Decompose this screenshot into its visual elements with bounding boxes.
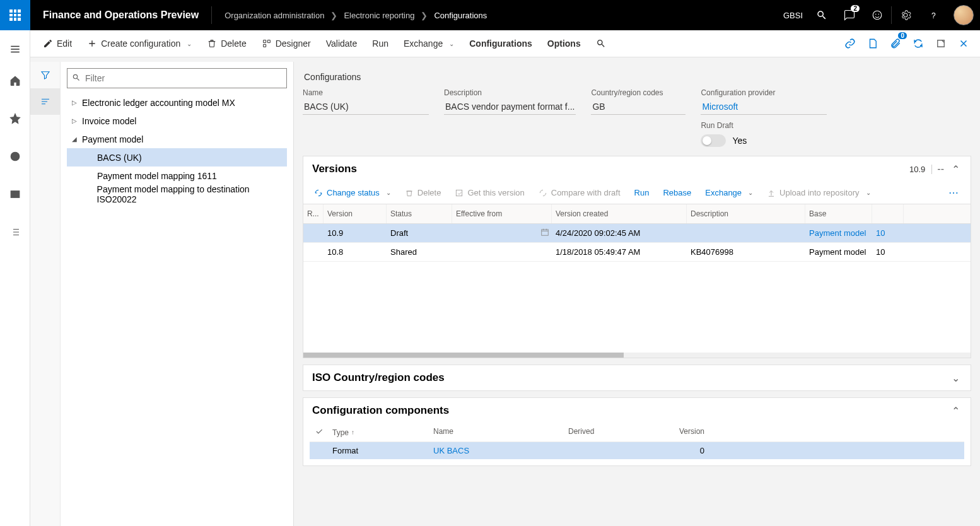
settings-button[interactable] [892,0,919,30]
chevron-down-icon: ⌄ [187,40,192,47]
field-label: Name [303,88,429,97]
column-header[interactable]: Base [805,204,872,223]
column-header[interactable]: Effective from [452,204,552,223]
delete-version-button[interactable]: Delete [399,185,447,201]
versions-panel: Versions 10.9 -- ⌃ Change status⌄ Delete… [303,156,971,358]
component-name-link[interactable]: UK BACS [433,446,568,455]
tree-item[interactable]: ◢Payment model [67,130,287,148]
refresh-icon [913,38,924,49]
exchange-button[interactable]: Exchange⌄ [397,35,460,52]
svg-rect-6 [457,190,462,196]
configurations-button[interactable]: Configurations [463,35,539,52]
base-link[interactable]: Payment model [805,224,872,242]
components-row[interactable]: Format UK BACS 0 [310,442,964,459]
column-header[interactable]: Version [324,204,387,223]
download-icon [455,189,464,197]
popout-button[interactable] [931,33,951,54]
field-label: Country/region codes [591,88,685,97]
nav-home[interactable] [3,68,28,93]
tree-item[interactable]: ▷Invoice model [67,112,287,130]
app-launcher-button[interactable] [0,0,30,30]
user-avatar[interactable] [954,5,974,25]
run-draft-toggle[interactable] [701,134,726,147]
compare-icon [539,189,547,197]
create-configuration-button[interactable]: Create configuration⌄ [81,35,198,52]
column-header[interactable]: Version created [552,204,687,223]
options-button[interactable]: Options [541,35,587,52]
country-field[interactable]: GB [591,99,685,115]
field-label: Run Draft [701,121,827,130]
description-field[interactable]: BACS vendor payment format f... [444,99,576,115]
column-header[interactable]: Status [387,204,452,223]
components-header[interactable]: Configuration components ⌃ [303,398,971,423]
designer-icon [262,38,272,49]
grid-row[interactable]: 10.8 Shared 1/18/2018 05:49:47 AM KB4076… [303,243,971,262]
compare-button[interactable]: Compare with draft [533,185,626,201]
breadcrumb-item[interactable]: Organization administration [225,11,324,20]
gear-icon [900,9,911,21]
name-field[interactable]: BACS (UK) [303,99,429,115]
tree-item[interactable]: Payment model mapping 1611 [67,167,287,185]
rebase-button[interactable]: Rebase [657,185,697,201]
column-header[interactable]: Type↑ [332,427,433,438]
top-bar: Finance and Operations Preview Organizat… [0,0,980,30]
nav-recent[interactable] [3,144,28,169]
toggle-value: Yes [732,136,747,146]
document-button[interactable] [863,33,883,54]
field-label: Configuration provider [701,88,827,97]
hamburger-icon [9,44,21,55]
expand-icon: ▷ [69,99,79,106]
more-button[interactable]: ⋯ [942,184,965,201]
column-header[interactable] [872,204,904,223]
filter-toggle[interactable] [30,62,61,88]
tree-item[interactable]: Payment model mapping to destination ISO… [67,185,287,203]
search-button[interactable] [808,0,836,30]
column-header[interactable]: Name [433,427,568,438]
sort-asc-icon: ↑ [351,429,354,436]
exchange-version-button[interactable]: Exchange⌄ [699,185,759,201]
tree-item[interactable]: ▷Electronic ledger accounting model MX [67,93,287,112]
hamburger-button[interactable] [3,37,28,62]
help-button[interactable]: ? [919,0,947,30]
waffle-icon [9,9,21,21]
notifications-button[interactable]: 2 [836,0,863,30]
upload-button[interactable]: Upload into repository⌄ [761,185,876,201]
run-button[interactable]: Run [366,35,395,52]
close-icon [958,38,969,49]
collapse-icon: ◢ [69,136,79,143]
versions-toolbar: Change status⌄ Delete Get this version C… [303,182,971,204]
designer-button[interactable]: Designer [255,35,317,52]
versions-header[interactable]: Versions 10.9 -- ⌃ [303,156,971,182]
refresh-button[interactable] [908,33,928,54]
tree-filter-input[interactable] [67,68,287,88]
iso-header[interactable]: ISO Country/region codes ⌄ [303,365,971,390]
close-button[interactable] [954,33,974,54]
attachments-button[interactable]: 0 [885,33,906,54]
svg-rect-7 [542,230,549,235]
column-header[interactable]: Version [667,427,704,438]
lines-toggle[interactable] [30,88,61,115]
tree-item-selected[interactable]: BACS (UK) [67,148,287,167]
nav-workspaces[interactable] [3,182,28,207]
validate-button[interactable]: Validate [320,35,364,52]
run-version-button[interactable]: Run [629,185,655,201]
link-button[interactable] [840,33,860,54]
column-header[interactable]: Description [687,204,805,223]
grid-row-selected[interactable]: 10.9 Draft 4/24/2020 09:02:45 AM Payment… [303,224,971,243]
nav-modules[interactable] [3,219,28,245]
breadcrumb-item[interactable]: Electronic reporting [344,11,414,20]
horizontal-scrollbar[interactable] [303,353,971,358]
upload-icon [767,189,776,197]
delete-button[interactable]: Delete [201,35,252,52]
edit-button[interactable]: Edit [37,35,78,52]
column-header[interactable]: Derived [568,427,667,438]
search-command-button[interactable] [590,35,612,52]
nav-favorites[interactable] [3,106,28,131]
feedback-button[interactable] [863,0,891,30]
change-status-button[interactable]: Change status⌄ [308,185,397,201]
column-header[interactable]: R... [303,204,324,223]
grid-header: R... Version Status Effective from Versi… [303,204,971,224]
company-label[interactable]: GBSI [778,11,808,20]
get-version-button[interactable]: Get this version [449,185,530,201]
provider-link[interactable]: Microsoft [701,99,827,115]
